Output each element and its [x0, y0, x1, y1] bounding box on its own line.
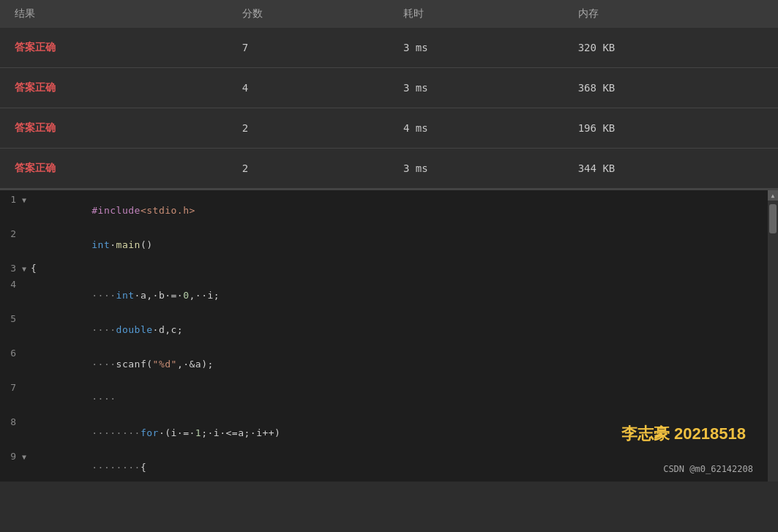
table-row: 答案正确 4 3 ms 368 KB [0, 68, 778, 108]
score-cell: 4 [228, 68, 389, 108]
code-line-9: 9 ▼ ········{ [0, 450, 768, 482]
result-cell: 答案正确 [0, 149, 228, 189]
results-table: 结果 分数 耗时 内存 答案正确 7 3 ms 320 KB 答案正确 4 3 … [0, 0, 778, 189]
scroll-up-arrow[interactable]: ▲ [768, 190, 778, 201]
code-line-1: 1 ▼ #include<stdio.h> [0, 193, 768, 228]
code-line-8: 8 ········for·(i·=·1;·i·<=a;·i++) [0, 416, 768, 450]
col-score: 分数 [228, 0, 389, 28]
time-cell: 3 ms [389, 28, 564, 68]
table-row: 答案正确 2 4 ms 196 KB [0, 108, 778, 149]
time-cell: 3 ms [389, 149, 564, 189]
code-content-area[interactable]: 1 ▼ #include<stdio.h> 2 int·main() 3 ▼ { [0, 190, 768, 482]
code-line-5: 5 ····double·d,c; [0, 312, 768, 347]
code-line-3: 3 ▼ { [0, 262, 768, 278]
result-cell: 答案正确 [0, 28, 228, 68]
vertical-scrollbar[interactable]: ▲ [768, 190, 778, 482]
time-cell: 4 ms [389, 108, 564, 149]
memory-cell: 368 KB [564, 68, 778, 108]
scrollbar-thumb[interactable] [769, 204, 777, 233]
score-cell: 2 [228, 149, 389, 189]
code-editor: 1 ▼ #include<stdio.h> 2 int·main() 3 ▼ { [0, 189, 778, 482]
csdn-badge: CSDN @m0_62142208 [663, 464, 753, 474]
code-line-2: 2 int·main() [0, 228, 768, 262]
memory-cell: 320 KB [564, 28, 778, 68]
col-memory: 内存 [564, 0, 778, 28]
table-row: 答案正确 7 3 ms 320 KB [0, 28, 778, 68]
result-cell: 答案正确 [0, 68, 228, 108]
col-time: 耗时 [389, 0, 564, 28]
fold-arrow-9[interactable]: ▼ [22, 453, 29, 461]
result-cell: 答案正确 [0, 108, 228, 149]
code-line-7: 7 ···· [0, 381, 768, 416]
memory-cell: 196 KB [564, 108, 778, 149]
code-line-4: 4 ····int·a,·b·=·0,··i; [0, 278, 768, 312]
table-row: 答案正确 2 3 ms 344 KB [0, 149, 778, 189]
memory-cell: 344 KB [564, 149, 778, 189]
fold-arrow[interactable]: ▼ [22, 196, 29, 204]
fold-arrow-3[interactable]: ▼ [22, 265, 29, 273]
code-lines: 1 ▼ #include<stdio.h> 2 int·main() 3 ▼ { [0, 190, 768, 482]
score-cell: 2 [228, 108, 389, 149]
col-result: 结果 [0, 0, 228, 28]
code-line-6: 6 ····scanf("%d",·&a); [0, 347, 768, 381]
time-cell: 3 ms [389, 68, 564, 108]
score-cell: 7 [228, 28, 389, 68]
